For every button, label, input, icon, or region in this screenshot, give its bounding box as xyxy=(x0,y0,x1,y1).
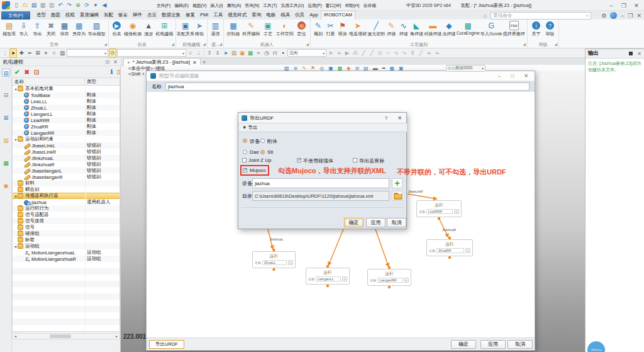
tree-row[interactable]: 标签 xyxy=(13,237,119,243)
mini-toolbar-icon[interactable]: ◆ xyxy=(347,65,350,72)
tree-row[interactable]: JlinkzhuaL铰链副 xyxy=(13,155,119,161)
tree-row[interactable]: JbaselianganR铰链副 xyxy=(13,174,119,180)
ribbon-tab[interactable]: 工具 xyxy=(211,11,225,20)
quick-access-icon[interactable]: ▤ xyxy=(30,1,38,10)
ribbon-button[interactable]: ✎焊接 xyxy=(386,21,397,37)
editor-close-icon[interactable]: ✕ xyxy=(524,73,528,79)
ribbon-button[interactable]: ⇧导出 xyxy=(31,21,43,37)
menu-item[interactable]: 属性(A) xyxy=(225,0,243,11)
toolbar-icon[interactable]: ▩ xyxy=(247,49,254,57)
checkbox-no-collision[interactable] xyxy=(297,158,301,162)
ribbon-button[interactable]: ➤电弧增材 xyxy=(349,21,367,37)
toolbar-icon[interactable]: ⊞ xyxy=(34,49,42,57)
group-launcher-icon[interactable]: ◢ xyxy=(203,42,206,46)
menu-item[interactable]: 应用(P) xyxy=(306,0,324,11)
mini-toolbar-icon[interactable]: ✎ xyxy=(302,65,306,72)
dialog-section-header[interactable]: ▼ 导出 xyxy=(239,123,407,132)
toolbar-icon[interactable]: ○ xyxy=(50,49,58,57)
ribbon-tab[interactable]: 线框 xyxy=(63,11,77,20)
tree-row[interactable]: LinkLLL刚体 xyxy=(13,98,119,105)
ribbon-tab[interactable]: 视觉样式 xyxy=(225,11,249,20)
tree-row[interactable]: ZMotionLianganzhuaR运动组 xyxy=(13,256,119,262)
toolbar-combo[interactable]: 法向▾ xyxy=(287,49,326,57)
toolbar-icon[interactable]: ➤ xyxy=(327,49,335,57)
confirm-check-icon[interactable]: ✔ xyxy=(14,69,19,76)
ribbon-button[interactable]: ▦保存 xyxy=(59,21,70,37)
tree-row[interactable]: LianganLL刚体 xyxy=(13,111,119,117)
toolbar-icon[interactable]: ▶ xyxy=(343,49,351,57)
node-expand-button[interactable]: + xyxy=(288,260,293,265)
quick-access-icon[interactable]: ↷ xyxy=(65,1,73,10)
ribbon-tab[interactable]: 修复 xyxy=(183,11,197,20)
ribbon-tab[interactable]: 直接编辑 xyxy=(77,11,101,20)
doc-restore-icon[interactable]: ❐ xyxy=(628,13,633,19)
toolbar-icon[interactable]: ⇧ xyxy=(206,49,213,57)
dialog-title-bar[interactable]: 导出URDF ? ✕ xyxy=(238,113,406,123)
ribbon-button[interactable]: ✎程序编辑 xyxy=(242,21,260,37)
tree-row[interactable]: ▾传感器和执行器 xyxy=(13,193,119,199)
toolbar-icon[interactable]: ⋮ xyxy=(1,49,9,57)
mini-toolbar-icon[interactable]: ⊞ xyxy=(355,65,359,72)
toolbar-icon[interactable]: ≡ xyxy=(187,49,194,57)
quick-access-icon[interactable]: ⟳ xyxy=(83,1,91,10)
ribbon-button[interactable]: ▬对接焊缝 xyxy=(424,21,441,37)
file-menu-button[interactable]: 文件(F) xyxy=(1,11,30,20)
tree-row[interactable]: ▾运动副和约束 xyxy=(13,136,119,142)
menu-item[interactable]: 插入(I) xyxy=(209,0,225,11)
browse-folder-button[interactable] xyxy=(392,191,402,201)
ribbon-button[interactable]: ▩CuraEngine xyxy=(457,21,480,35)
group-launcher-icon[interactable]: ◢ xyxy=(104,42,107,46)
editor-maximize-icon[interactable]: □ xyxy=(511,73,514,79)
toolbar-icon[interactable]: ╱ xyxy=(368,49,375,57)
ribbon-tab[interactable]: PMI xyxy=(197,11,211,20)
toolbar-icon[interactable]: ➣ xyxy=(255,49,262,57)
cancel-x-icon[interactable]: ✖ xyxy=(24,69,29,76)
menu-item[interactable]: 查询(N) xyxy=(243,0,261,11)
mini-toolbar-icon[interactable]: ▣ xyxy=(399,65,404,72)
ribbon-button[interactable]: ✎雕刻 xyxy=(313,21,324,37)
node-name-input[interactable]: LinkRRR xyxy=(426,209,453,214)
quick-access-icon[interactable]: 🗀 xyxy=(21,1,29,10)
toolbar-icon[interactable]: ⁂ xyxy=(352,49,359,57)
ribbon-button[interactable]: ▣装配关系 xyxy=(178,21,193,37)
node-name-input[interactable]: ZhuaRR xyxy=(436,248,464,253)
dock-close-icon[interactable]: ✕ xyxy=(113,59,118,65)
ribbon-button[interactable]: ◉碰撞检测 xyxy=(124,21,142,37)
editor-ok-button[interactable]: 确定 xyxy=(451,340,476,349)
menu-item[interactable]: 编辑(E) xyxy=(172,0,191,11)
toolbar-icon[interactable]: ▾ xyxy=(42,49,50,57)
menu-item[interactable]: 视图(V) xyxy=(191,0,209,11)
scroll-right-icon[interactable]: ▸ xyxy=(114,334,119,339)
editor-name-input[interactable]: jiazhua xyxy=(165,82,530,91)
quick-access-icon[interactable]: ◀ xyxy=(101,1,108,10)
side-tab-icon[interactable]: ▤ xyxy=(2,69,10,77)
tree-row[interactable]: 碰撞组 xyxy=(13,230,119,237)
radio-rigid[interactable] xyxy=(260,139,265,143)
toolbar-icon[interactable]: ◷ xyxy=(263,49,270,57)
mini-toolbar-icon[interactable]: ▬ xyxy=(373,65,378,72)
editor-minimize-icon[interactable]: – xyxy=(498,73,501,79)
layer-combo[interactable]: 图层0000 ▾ xyxy=(446,65,486,72)
toolbar-icon[interactable]: ∿ xyxy=(401,49,408,57)
mini-toolbar-icon[interactable]: ▦ xyxy=(390,65,395,72)
toolbar-icon[interactable]: ╱ xyxy=(417,49,425,57)
menu-item[interactable]: 云存储 xyxy=(361,0,377,11)
dialog-apply-button[interactable]: 应用 xyxy=(366,218,386,227)
tree-row[interactable]: LinkRRR刚体 xyxy=(13,117,119,123)
quick-access-icon[interactable]: ⊕ xyxy=(74,1,82,10)
mini-toolbar-icon[interactable]: ▣ xyxy=(328,65,333,72)
toolbar-icon[interactable]: ⊙ xyxy=(376,49,384,57)
ribbon-button[interactable]: ▶仿真 xyxy=(111,21,123,37)
toolbar-combo[interactable]: ▾ xyxy=(117,49,186,57)
group-launcher-icon[interactable]: ◢ xyxy=(171,42,174,46)
tree-row[interactable]: 信号适配器 xyxy=(13,212,119,218)
toolbar-icon[interactable]: ❧ xyxy=(425,49,433,57)
output-dock-icon[interactable] xyxy=(629,52,633,55)
group-launcher-icon[interactable]: ◢ xyxy=(219,42,222,46)
menu-item[interactable]: 文件(F) xyxy=(155,0,172,11)
toolbar-combo[interactable]: ▾ xyxy=(67,49,108,57)
side-tab-icon[interactable]: ▩ xyxy=(2,159,10,167)
radio-device[interactable] xyxy=(243,139,247,143)
toolbar-icon[interactable]: ▥ xyxy=(58,49,66,57)
dock-float-icon[interactable]: ⊡ xyxy=(106,59,110,65)
